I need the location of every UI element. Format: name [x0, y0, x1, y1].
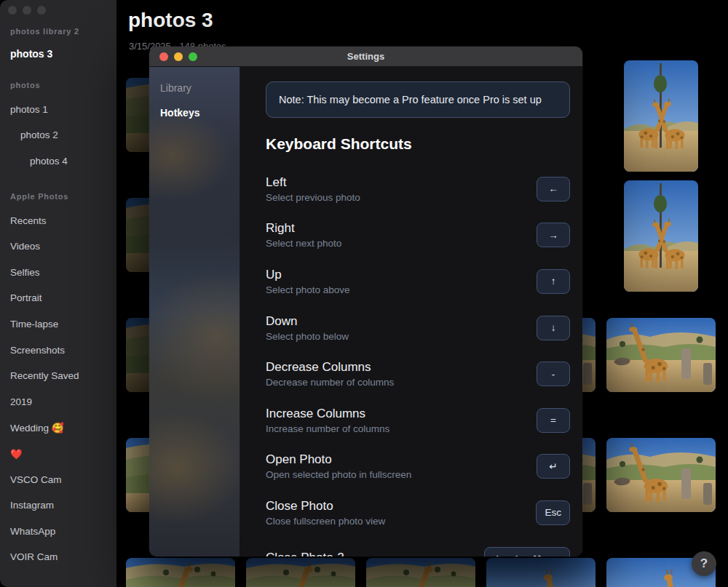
pro-note-text: Note: This may become a Pro feature once…	[279, 94, 542, 105]
shortcut-name: Decrease Columns	[266, 360, 394, 375]
photo-thumbnail[interactable]	[366, 558, 475, 587]
shortcut-row: DownSelect photo below↓	[266, 305, 570, 351]
shortcut-row: Decrease ColumnsDecrease number of colum…	[266, 351, 570, 397]
sidebar-item-recents[interactable]: Recents	[0, 207, 116, 233]
shortcut-key-button[interactable]: ↓	[537, 316, 570, 340]
shortcut-key-button[interactable]: -	[537, 362, 570, 386]
shortcut-row: RightSelect next photo→	[266, 212, 570, 259]
window-traffic-lights	[8, 6, 46, 15]
settings-dialog: Settings LibraryHotkeys Note: This may b…	[149, 47, 582, 556]
shortcut-name: Close Photo-2	[266, 551, 344, 556]
shortcut-description: Open selected photo in fullscreen	[266, 469, 411, 480]
photo-thumbnail[interactable]	[486, 558, 596, 587]
photo-thumbnail[interactable]	[606, 438, 716, 512]
sidebar-item-selfies[interactable]: Selfies	[0, 260, 116, 286]
sidebar-item-instagram[interactable]: Instagram	[0, 492, 116, 519]
sidebar-item-vsco-cam[interactable]: VSCO Cam	[0, 466, 116, 492]
shortcut-row: LeftSelect previous photo←	[266, 166, 570, 212]
dialog-body: LibraryHotkeys Note: This may become a P…	[149, 67, 582, 556]
photo-thumbnail[interactable]	[624, 180, 698, 292]
shortcut-name: Left	[266, 175, 360, 190]
shortcut-text: RightSelect next photo	[266, 221, 341, 249]
sidebar-item-voir-cam[interactable]: VOIR Cam	[0, 544, 116, 570]
settings-tab-hotkeys[interactable]: Hotkeys	[149, 100, 240, 125]
page-title: photos 3	[128, 9, 213, 32]
shortcut-key-button[interactable]: ↑	[537, 269, 570, 294]
app-sidebar: photos library 2photos 3photosphotos 1ph…	[0, 0, 116, 587]
shortcut-description: Close fullscreen photo view	[266, 516, 385, 527]
photo-thumbnail[interactable]	[624, 60, 698, 172]
shortcut-key-button[interactable]: ←	[537, 177, 570, 201]
sidebar-nav: photos library 2photos 3photosphotos 1ph…	[0, 22, 116, 570]
shortcut-name: Close Photo	[266, 499, 385, 514]
shortcut-text: UpSelect photo above	[266, 268, 350, 295]
dialog-zoom-button[interactable]	[189, 52, 197, 61]
window-close-button[interactable]	[8, 6, 17, 15]
sidebar-item-portrait[interactable]: Portrait	[0, 285, 116, 311]
shortcut-name: Open Photo	[266, 452, 411, 467]
shortcut-row: Increase ColumnsIncrease number of colum…	[266, 397, 570, 444]
app-window: { "window": { "inactive_traffic_light_co…	[0, 0, 728, 587]
nav-spacer	[0, 67, 116, 74]
pro-note-box: Note: This may become a Pro feature once…	[266, 81, 570, 118]
shortcuts-heading: Keyboard Shortcuts	[266, 135, 570, 153]
photo-thumbnail[interactable]	[606, 318, 716, 392]
shortcut-name: Up	[266, 268, 350, 282]
shortcut-key-button[interactable]: =	[537, 408, 570, 433]
window-zoom-button[interactable]	[37, 6, 46, 15]
shortcut-row: UpSelect photo above↑	[266, 258, 570, 305]
dialog-sidebar: LibraryHotkeys	[149, 67, 240, 556]
sidebar-item-photos-2[interactable]: photos 2	[0, 122, 116, 148]
photo-thumbnail[interactable]	[126, 558, 235, 587]
dialog-content: Note: This may become a Pro feature once…	[240, 67, 582, 556]
shortcut-list: LeftSelect previous photo←RightSelect ne…	[266, 166, 570, 556]
sidebar-section-header: photos library 2	[0, 22, 116, 41]
help-button[interactable]: ?	[692, 551, 716, 576]
sidebar-item-videos[interactable]: Videos	[0, 233, 116, 260]
photo-thumbnail[interactable]	[246, 558, 355, 587]
sidebar-section-header: Apple Photos	[0, 185, 116, 207]
sidebar-item-screenshots[interactable]: Screenshots	[0, 337, 116, 363]
shortcut-text: Close PhotoClose fullscreen photo view	[266, 499, 385, 527]
sidebar-item-[interactable]: ❤️	[0, 441, 116, 467]
shortcut-key-button[interactable]: Esc	[536, 500, 570, 525]
window-minimize-button[interactable]	[23, 6, 31, 15]
shortcut-description: Select photo below	[266, 331, 349, 342]
shortcut-key-button[interactable]: ⌃ + ⌃ + ⌘ + ↵	[484, 547, 570, 556]
shortcut-row: Close Photo-2⌃ + ⌃ + ⌘ + ↵	[266, 536, 570, 556]
shortcut-description: Select photo above	[266, 284, 350, 295]
shortcut-text: Open PhotoOpen selected photo in fullscr…	[266, 452, 411, 480]
shortcut-description: Increase number of columns	[266, 423, 389, 434]
sidebar-section-header: photos	[0, 74, 116, 97]
shortcut-row: Close PhotoClose fullscreen photo viewEs…	[266, 490, 570, 536]
dialog-title: Settings	[149, 51, 582, 62]
shortcut-name: Increase Columns	[266, 407, 389, 421]
dialog-titlebar[interactable]: Settings	[149, 47, 582, 67]
shortcut-text: DownSelect photo below	[266, 314, 349, 342]
shortcut-text: LeftSelect previous photo	[266, 175, 360, 203]
shortcut-key-button[interactable]: →	[537, 223, 570, 247]
sidebar-item-photos-3[interactable]: photos 3	[0, 41, 116, 67]
shortcut-text: Decrease ColumnsDecrease number of colum…	[266, 360, 394, 388]
sidebar-item-2019[interactable]: 2019	[0, 389, 116, 415]
shortcut-row: Open PhotoOpen selected photo in fullscr…	[266, 444, 570, 490]
shortcut-name: Down	[266, 314, 349, 329]
dialog-minimize-button[interactable]	[174, 52, 183, 61]
sidebar-item-time-lapse[interactable]: Time-lapse	[0, 311, 116, 338]
shortcut-key-button[interactable]: ↵	[537, 454, 570, 479]
sidebar-item-wedding[interactable]: Wedding 🥰	[0, 415, 116, 441]
sidebar-item-whatsapp[interactable]: WhatsApp	[0, 519, 116, 545]
shortcut-text: Close Photo-2	[266, 551, 344, 556]
shortcut-text: Increase ColumnsIncrease number of colum…	[266, 407, 389, 434]
shortcut-description: Select next photo	[266, 238, 341, 249]
sidebar-item-photos-1[interactable]: photos 1	[0, 97, 116, 123]
shortcut-description: Decrease number of columns	[266, 377, 394, 388]
settings-tab-library[interactable]: Library	[149, 76, 240, 100]
shortcut-name: Right	[266, 221, 341, 236]
sidebar-item-recently-saved[interactable]: Recently Saved	[0, 363, 116, 389]
shortcut-description: Select previous photo	[266, 192, 360, 203]
dialog-close-button[interactable]	[159, 52, 168, 61]
dialog-traffic-lights	[159, 52, 197, 61]
nav-spacer	[0, 174, 116, 185]
sidebar-item-photos-4[interactable]: photos 4	[0, 148, 116, 175]
